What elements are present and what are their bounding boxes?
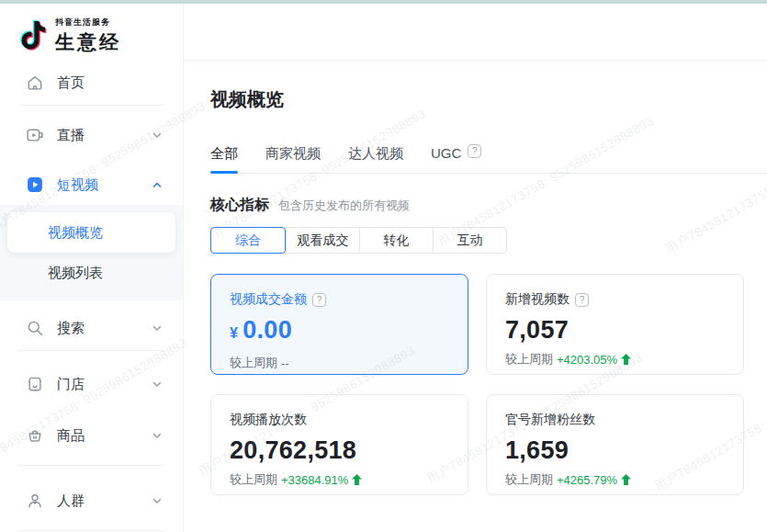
page-title: 视频概览	[210, 88, 767, 110]
metric-card-video-plays[interactable]: 视频播放次数 20,762,518 较上周期 +33684.91%	[210, 394, 468, 495]
metric-label: 视频播放次数	[230, 412, 307, 428]
main-panel: 视频概览 全部 商家视频 达人视频 UGC ? 核心指标 包含历史发布的所有视频…	[185, 4, 767, 532]
chevron-up-icon	[152, 179, 163, 190]
sidebar-item-label: 人群	[57, 492, 152, 510]
sidebar-item-video-list[interactable]: 视频列表	[0, 253, 183, 293]
chevron-down-icon	[152, 130, 163, 141]
metric-label: 官号新增粉丝数	[505, 412, 595, 428]
divider	[18, 465, 164, 466]
app-window: 抖音生活服务 生意经 首页 直播	[0, 0, 767, 532]
sidebar-item-label: 首页	[57, 74, 163, 92]
person-icon	[26, 492, 44, 510]
submenu-item-label: 视频列表	[48, 265, 103, 282]
sidebar-item-live[interactable]: 直播	[0, 115, 183, 155]
douyin-note-icon	[18, 18, 48, 53]
metric-value: 20,762,518	[230, 436, 449, 464]
brand-logo[interactable]: 抖音生活服务 生意经	[0, 4, 183, 55]
filter-label: 转化	[384, 232, 410, 249]
submenu-item-label: 视频概览	[48, 224, 103, 242]
sidebar-item-label: 短视频	[57, 176, 152, 194]
filter-overall[interactable]: 综合	[210, 227, 286, 254]
metric-label: 视频成交金额	[230, 291, 307, 308]
live-camera-icon	[26, 126, 44, 144]
chevron-down-icon	[152, 495, 163, 506]
tab-label: 全部	[210, 144, 238, 163]
help-icon[interactable]: ?	[312, 293, 326, 307]
sidebar-item-label: 搜索	[57, 320, 152, 337]
chevron-down-icon	[152, 323, 163, 334]
divider	[18, 105, 164, 106]
sidebar: 抖音生活服务 生意经 首页 直播	[0, 4, 184, 532]
brand-subtitle: 抖音生活服务	[55, 17, 121, 28]
chevron-down-icon	[152, 379, 163, 390]
metric-compare: 较上周期 --	[230, 355, 449, 371]
metric-card-video-gmv[interactable]: 视频成交金额 ? ¥0.00 较上周期 --	[210, 274, 468, 375]
main-content: 视频概览 全部 商家视频 达人视频 UGC ? 核心指标 包含历史发布的所有视频…	[185, 61, 767, 495]
metric-value: 1,659	[505, 436, 725, 464]
metric-cards: 视频成交金额 ? ¥0.00 较上周期 -- 新增视频数 ?	[210, 274, 767, 495]
sidebar-item-short-video[interactable]: 短视频	[0, 164, 183, 205]
tab-all[interactable]: 全部	[210, 144, 238, 173]
main-header	[185, 4, 767, 61]
metrics-section-header: 核心指标 包含历史发布的所有视频	[210, 196, 767, 215]
change-value: +4203.05%	[557, 353, 617, 367]
change-value: +4265.79%	[557, 473, 617, 487]
chevron-down-icon	[152, 430, 163, 441]
tab-creator-video[interactable]: 达人视频	[348, 144, 403, 173]
metric-filter-group: 综合 观看成交 转化 互动	[210, 227, 507, 254]
filter-view-transaction[interactable]: 观看成交	[286, 228, 359, 253]
divider	[18, 530, 164, 531]
metric-value: 7,057	[505, 316, 725, 344]
sidebar-nav: 首页 直播 短视频	[0, 55, 183, 531]
filter-conversion[interactable]: 转化	[359, 228, 433, 253]
trend-up-icon	[621, 474, 631, 485]
sidebar-item-goods[interactable]: 商品	[0, 415, 183, 456]
filter-label: 综合	[235, 232, 261, 249]
search-icon	[26, 319, 44, 337]
trend-up-icon	[352, 474, 362, 485]
trend-up-icon	[621, 354, 631, 365]
sidebar-item-label: 门店	[57, 376, 152, 393]
help-icon[interactable]: ?	[468, 144, 481, 158]
basket-icon	[26, 426, 44, 445]
divider	[18, 350, 164, 351]
metrics-section-subtitle: 包含历史发布的所有视频	[278, 198, 410, 214]
metric-compare: 较上周期 +4203.05%	[505, 351, 725, 368]
metric-compare: 较上周期 +33684.91%	[230, 471, 449, 488]
metric-card-new-followers[interactable]: 官号新增粉丝数 1,659 较上周期 +4265.79%	[486, 394, 744, 495]
sidebar-item-video-overview[interactable]: 视频概览	[7, 212, 175, 253]
metric-card-new-videos[interactable]: 新增视频数 ? 7,057 较上周期 +4203.05%	[486, 274, 744, 375]
tab-label: 商家视频	[265, 144, 321, 163]
filter-engagement[interactable]: 互动	[433, 228, 506, 253]
currency-symbol: ¥	[230, 325, 238, 341]
tab-ugc[interactable]: UGC ?	[431, 144, 481, 173]
tab-label: UGC	[431, 144, 461, 163]
store-icon	[26, 375, 44, 393]
change-value: +33684.91%	[281, 473, 348, 487]
help-icon[interactable]: ?	[575, 293, 589, 307]
brand-title: 生意经	[55, 29, 121, 55]
short-video-icon	[26, 175, 44, 194]
home-icon	[26, 74, 44, 92]
sidebar-item-home[interactable]: 首页	[0, 62, 183, 103]
metric-label: 新增视频数	[505, 291, 570, 308]
sidebar-item-search[interactable]: 搜索	[0, 308, 183, 348]
change-value: --	[281, 357, 289, 370]
sidebar-item-label: 商品	[57, 427, 152, 445]
filter-label: 观看成交	[298, 232, 349, 249]
tab-bar: 全部 商家视频 达人视频 UGC ?	[210, 144, 767, 174]
metric-compare: 较上周期 +4265.79%	[505, 471, 725, 488]
sidebar-item-store[interactable]: 门店	[0, 364, 183, 404]
metrics-section-title: 核心指标	[210, 196, 269, 215]
tab-label: 达人视频	[348, 144, 403, 163]
filter-label: 互动	[457, 232, 483, 249]
brand-text: 抖音生活服务 生意经	[55, 17, 121, 55]
sidebar-submenu: 视频概览 视频列表	[0, 205, 183, 300]
sidebar-item-label: 直播	[57, 127, 152, 144]
sidebar-item-audience[interactable]: 人群	[0, 481, 183, 521]
tab-merchant-video[interactable]: 商家视频	[265, 144, 321, 173]
metric-value: ¥0.00	[230, 316, 449, 347]
